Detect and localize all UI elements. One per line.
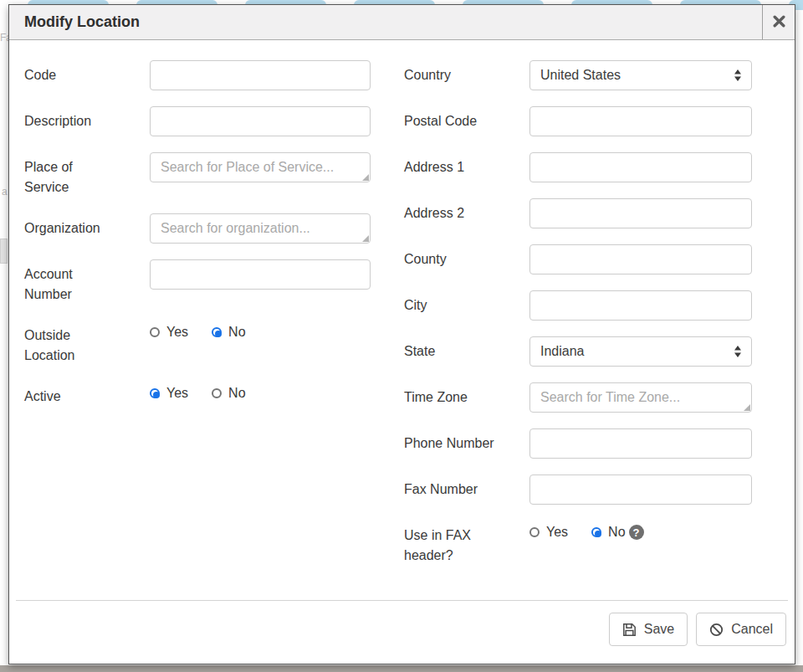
- combobox-grip-icon: [362, 235, 369, 242]
- field-label: Postal Code: [404, 106, 529, 131]
- modal-footer: Save Cancel: [16, 600, 788, 664]
- field-row-address-1: Address 1: [404, 152, 752, 182]
- field-row-description: Description: [24, 106, 371, 136]
- use-in-fax-header-radio-option-no[interactable]: No: [591, 525, 625, 540]
- phone-number-input[interactable]: [529, 428, 752, 459]
- field-label: Place of Service: [24, 152, 150, 197]
- field-row-postal-code: Postal Code: [404, 106, 752, 136]
- background-block-fragment: [0, 239, 8, 264]
- postal-code-input[interactable]: [529, 106, 752, 136]
- field-row-county: County: [404, 244, 752, 274]
- use-in-fax-header-yes-radio[interactable]: [529, 527, 540, 537]
- code-input[interactable]: [150, 60, 371, 90]
- field-label: Active: [24, 382, 150, 407]
- outside-location-radio-group: Yes No: [150, 321, 371, 340]
- state-select[interactable]: Indiana: [529, 336, 752, 367]
- field-label: Time Zone: [404, 382, 529, 408]
- field-label: Account Number: [24, 259, 150, 305]
- field-row-place-of-service: Place of Service: [24, 152, 371, 197]
- country-select-value: United States: [540, 68, 621, 83]
- field-row-active: Active Yes No: [24, 382, 371, 412]
- cancel-button-label: Cancel: [731, 622, 773, 637]
- fax-number-input[interactable]: [529, 475, 752, 505]
- field-row-city: City: [404, 290, 752, 321]
- active-no-radio[interactable]: [212, 388, 222, 398]
- field-row-organization: Organization: [24, 213, 371, 244]
- active-radio-option-yes[interactable]: Yes: [150, 386, 188, 401]
- field-control: [150, 106, 371, 136]
- combobox-grip-icon: [362, 174, 369, 181]
- organization-search-input[interactable]: [150, 213, 371, 244]
- field-control: [529, 475, 752, 505]
- field-label: City: [404, 290, 529, 315]
- country-select[interactable]: United States: [529, 60, 752, 90]
- field-row-time-zone: Time Zone: [404, 382, 752, 413]
- field-row-state: State Indiana: [404, 336, 752, 367]
- use-in-fax-header-no-radio[interactable]: [591, 527, 601, 537]
- field-label: Country: [404, 60, 529, 85]
- form-column-left: Code Description Place of Service: [24, 60, 371, 582]
- field-control: [529, 152, 752, 182]
- field-label: Outside Location: [24, 321, 150, 366]
- use-in-fax-header-radio-group: Yes No ?: [529, 521, 752, 540]
- outside-location-radio-option-no[interactable]: No: [212, 325, 245, 340]
- active-radio-group: Yes No: [150, 382, 371, 401]
- field-control: [150, 213, 371, 244]
- field-label: Fax Number: [404, 475, 529, 500]
- field-row-address-2: Address 2: [404, 198, 752, 228]
- field-row-fax-number: Fax Number: [404, 475, 752, 505]
- field-label: County: [404, 244, 529, 269]
- field-control: [529, 106, 752, 136]
- field-label: Code: [24, 60, 150, 85]
- county-input[interactable]: [529, 244, 752, 274]
- field-row-code: Code: [24, 60, 371, 90]
- field-row-use-in-fax-header: Use in FAX header? Yes No ?: [404, 521, 752, 566]
- modal-title: Modify Location: [9, 5, 762, 39]
- outside-location-radio-option-yes[interactable]: Yes: [150, 325, 188, 340]
- field-label: Address 1: [404, 152, 529, 177]
- active-yes-radio[interactable]: [150, 388, 160, 398]
- field-label: Address 2: [404, 198, 529, 223]
- field-control: United States: [529, 60, 752, 90]
- address-1-input[interactable]: [529, 152, 752, 182]
- chevron-updown-icon: [734, 69, 742, 82]
- field-control: [529, 290, 752, 321]
- account-number-input[interactable]: [150, 259, 371, 290]
- description-input[interactable]: [150, 106, 371, 136]
- field-label: Description: [24, 106, 150, 131]
- radio-option-label: No: [228, 325, 245, 340]
- radio-option-label: Yes: [546, 525, 568, 540]
- ban-icon: [709, 623, 724, 637]
- field-control: [529, 428, 752, 459]
- place-of-service-search-input[interactable]: [150, 152, 371, 182]
- cancel-button[interactable]: Cancel: [696, 613, 786, 646]
- field-label: Organization: [24, 213, 150, 239]
- field-control: Indiana: [529, 336, 752, 367]
- use-in-fax-header-radio-option-yes[interactable]: Yes: [529, 525, 568, 540]
- field-row-outside-location: Outside Location Yes No: [24, 321, 371, 366]
- form-column-right: Country United States Postal Code: [404, 60, 752, 582]
- field-control: [150, 152, 371, 182]
- city-input[interactable]: [529, 290, 752, 321]
- modal-header: Modify Location: [9, 5, 795, 40]
- modal-body: Code Description Place of Service: [9, 40, 795, 582]
- field-label: State: [404, 336, 529, 362]
- active-radio-option-no[interactable]: No: [212, 386, 245, 401]
- field-row-country: Country United States: [404, 60, 752, 90]
- help-icon[interactable]: ?: [629, 525, 644, 540]
- time-zone-search-input[interactable]: [529, 382, 752, 413]
- radio-option-label: Yes: [166, 325, 188, 340]
- outside-location-yes-radio[interactable]: [150, 327, 160, 337]
- field-control: [150, 60, 371, 90]
- save-icon: [622, 623, 637, 637]
- close-button[interactable]: [762, 5, 795, 39]
- field-control: [529, 382, 752, 413]
- chevron-updown-icon: [734, 345, 742, 358]
- field-row-phone-number: Phone Number: [404, 428, 752, 459]
- address-2-input[interactable]: [529, 198, 752, 228]
- close-icon: [773, 15, 785, 30]
- outside-location-no-radio[interactable]: [212, 327, 222, 337]
- field-row-account-number: Account Number: [24, 259, 371, 305]
- save-button[interactable]: Save: [609, 613, 688, 646]
- radio-option-label: No: [228, 386, 245, 401]
